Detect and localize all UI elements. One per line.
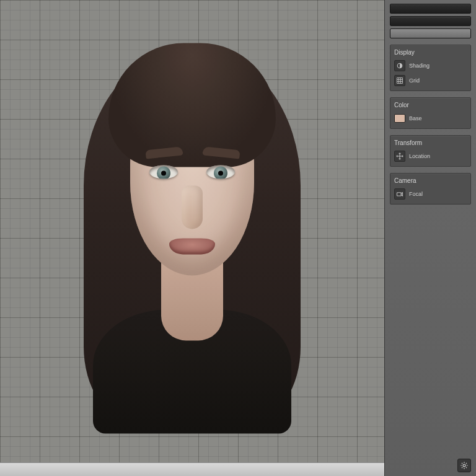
move-icon[interactable] [394, 151, 405, 162]
panel-display: Display Shading Grid [390, 45, 471, 91]
model-iris-left [157, 166, 170, 178]
model-nose [182, 185, 203, 229]
location-label: Location [409, 153, 467, 159]
settings-button[interactable] [457, 459, 471, 472]
model-pupil-right [218, 170, 223, 175]
toolbar-slot-2[interactable] [390, 16, 471, 26]
panel-camera: Camera Focal [390, 173, 471, 205]
svg-rect-1 [397, 193, 402, 196]
focal-label: Focal [409, 191, 467, 197]
toolbar-slot-3[interactable] [390, 29, 471, 38]
gear-icon [460, 461, 469, 470]
side-panel: Display Shading Grid Color Base [384, 0, 476, 476]
panel-transform-title: Transform [394, 139, 467, 146]
model-lips [169, 238, 215, 254]
viewport-3d[interactable] [0, 0, 384, 476]
svg-point-2 [463, 464, 465, 467]
panel-color-title: Color [394, 102, 467, 108]
shading-label: Shading [409, 63, 467, 69]
toolbar-slot-1[interactable] [390, 4, 471, 14]
panel-camera-title: Camera [394, 177, 467, 184]
shading-icon[interactable] [394, 60, 405, 71]
panel-display-title: Display [394, 49, 467, 56]
model-hair-top [108, 43, 276, 167]
panel-transform: Transform Location [390, 135, 471, 167]
model-head[interactable] [59, 43, 325, 439]
model-iris-right [214, 166, 227, 178]
toolbar-stack [390, 4, 471, 38]
grid-icon[interactable] [394, 75, 405, 86]
panel-color: Color Base [390, 97, 471, 129]
base-color-swatch[interactable] [394, 114, 405, 123]
model-eye-left [149, 165, 178, 178]
base-color-label: Base [409, 115, 467, 121]
camera-icon[interactable] [394, 188, 405, 200]
model-eye-right [206, 165, 235, 178]
grid-label: Grid [409, 77, 467, 84]
model-pupil-left [161, 170, 166, 175]
viewport-status-bar [0, 462, 384, 476]
